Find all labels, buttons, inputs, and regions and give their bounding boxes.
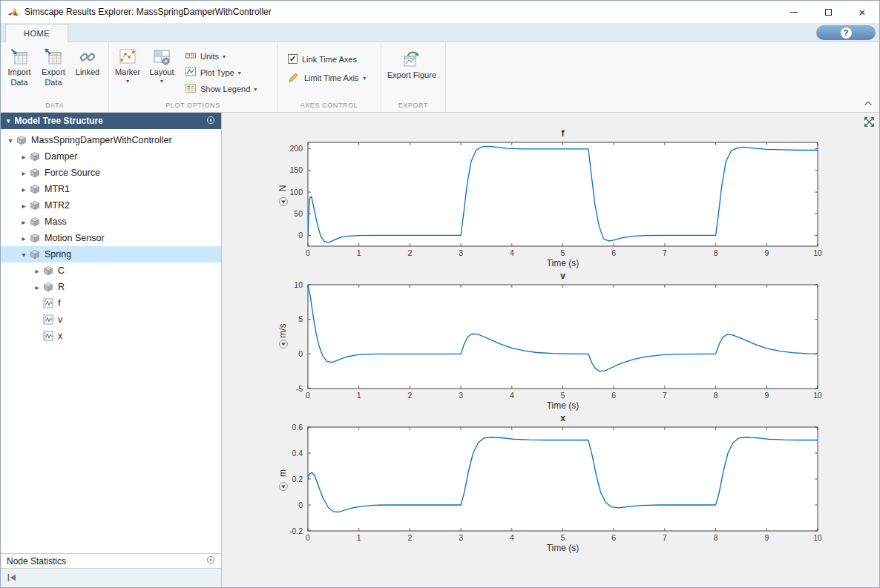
- units-dropdown-icon[interactable]: [280, 198, 288, 206]
- x-tick-label: 10: [813, 391, 822, 400]
- node-statistics-options-icon[interactable]: [206, 555, 215, 566]
- tree-item-force-source[interactable]: ▸Force Source: [1, 165, 221, 181]
- expand-arrow-icon[interactable]: ▸: [19, 234, 29, 242]
- import-data-button[interactable]: Import Data: [2, 44, 36, 88]
- plot-type-label: Plot Type: [200, 68, 234, 77]
- export-data-label-1: Export: [42, 67, 65, 78]
- linked-button[interactable]: Linked: [70, 44, 105, 78]
- tab-home[interactable]: HOME: [5, 24, 68, 42]
- layout-button[interactable]: Layout ▾: [145, 44, 179, 85]
- collapse-panel-icon[interactable]: [7, 572, 17, 585]
- units-dropdown-icon[interactable]: [280, 483, 288, 491]
- panel-collapse-icon[interactable]: ▾: [7, 117, 10, 125]
- tree-item-v[interactable]: v: [1, 311, 221, 328]
- chart-v[interactable]: 012345678910-50510vTime (s)m/s: [225, 268, 878, 411]
- marker-dropdown-icon: ▾: [126, 79, 129, 85]
- limit-time-axis-icon: [288, 71, 300, 85]
- linked-label: Linked: [76, 67, 99, 78]
- collapse-ribbon-button[interactable]: [864, 96, 873, 109]
- panel-options-icon[interactable]: [206, 116, 215, 127]
- y-tick-label: 0.6: [292, 423, 303, 432]
- tree-item-mtr2[interactable]: ▸MTR2: [1, 197, 221, 214]
- x-tick-label: 0: [306, 248, 310, 257]
- tree-item-spring[interactable]: ▾Spring: [1, 246, 221, 262]
- layout-dropdown-icon: ▾: [160, 79, 163, 85]
- tree-item-label: v: [58, 314, 62, 325]
- expand-arrow-icon[interactable]: ▸: [32, 267, 42, 275]
- collapse-arrow-icon[interactable]: ▾: [5, 136, 16, 145]
- model-tree-header: ▾ Model Tree Structure: [1, 113, 221, 129]
- tree-item-c[interactable]: ▸C: [1, 262, 221, 279]
- expand-arrow-icon[interactable]: ▸: [19, 185, 29, 194]
- maximize-button[interactable]: [811, 1, 845, 23]
- limit-time-axis-button[interactable]: Limit Time Axis ▾: [288, 71, 366, 85]
- plot-f[interactable]: 012345678910050100150200fTime (s)N: [225, 126, 878, 268]
- x-tick-label: 7: [663, 391, 667, 400]
- marker-icon: [119, 47, 137, 67]
- plot-type-button[interactable]: Plot Type ▾: [185, 66, 257, 79]
- x-tick-label: 10: [813, 248, 822, 257]
- plot-v[interactable]: 012345678910-50510vTime (s)m/s: [225, 268, 878, 411]
- x-tick-label: 7: [663, 533, 667, 542]
- tree-item-massspringdamperwithcontroller[interactable]: ▾MassSpringDamperWithController: [1, 132, 221, 148]
- body: ▾ Model Tree Structure ▾MassSpringDamper…: [1, 113, 879, 587]
- expand-arrow-icon[interactable]: ▸: [19, 153, 29, 161]
- x-tick-label: 7: [663, 248, 667, 257]
- export-data-button[interactable]: Export Data: [36, 44, 70, 88]
- window-title: Simscape Results Explorer: MassSpringDam…: [24, 7, 272, 17]
- expand-arrow-icon[interactable]: ▸: [19, 169, 29, 177]
- tree-item-r[interactable]: ▸R: [1, 279, 221, 295]
- units-dropdown-icon[interactable]: [280, 340, 288, 348]
- x-axis-label: Time (s): [547, 543, 579, 553]
- show-legend-button[interactable]: Show Legend ▾: [185, 82, 257, 96]
- tree-item-x[interactable]: x: [1, 328, 221, 344]
- group-label-plot-options: PLOT OPTIONS: [111, 100, 275, 112]
- x-tick-label: 4: [510, 533, 514, 542]
- tree-item-damper[interactable]: ▸Damper: [1, 148, 221, 165]
- import-data-label-1: Import: [7, 67, 30, 78]
- tree-item-motion-sensor[interactable]: ▸Motion Sensor: [1, 230, 221, 246]
- x-tick-label: 0: [306, 533, 310, 542]
- tree-item-mass[interactable]: ▸Mass: [1, 214, 221, 230]
- marker-button[interactable]: Marker ▾: [111, 44, 145, 85]
- group-label-data: DATA: [2, 100, 107, 112]
- maximize-icon: [825, 9, 832, 16]
- x-tick-label: 8: [714, 248, 718, 257]
- node-statistics-bar[interactable]: Node Statistics: [1, 553, 221, 569]
- link-time-axes-checkbox[interactable]: ✓ Link Time Axes: [288, 54, 366, 64]
- minimize-button[interactable]: [777, 1, 811, 23]
- x-tick-label: 5: [561, 248, 565, 257]
- x-tick-label: 5: [561, 391, 565, 400]
- help-button[interactable]: ?: [816, 25, 876, 40]
- titlebar: Simscape Results Explorer: MassSpringDam…: [1, 1, 879, 23]
- x-tick-label: 9: [764, 533, 769, 542]
- tree-item-label: MTR1: [45, 184, 70, 194]
- expand-arrow-icon[interactable]: ▸: [19, 202, 29, 210]
- export-figure-button[interactable]: Export Figure: [383, 44, 441, 79]
- node-icon: [30, 200, 42, 211]
- limit-time-axis-dropdown-icon: ▾: [363, 76, 366, 82]
- export-figure-label: Export Figure: [387, 70, 436, 79]
- node-icon: [43, 282, 55, 292]
- expand-arrow-icon[interactable]: ▸: [32, 283, 42, 291]
- tree-item-f[interactable]: f: [1, 295, 221, 311]
- help-icon: ?: [841, 27, 852, 39]
- units-button[interactable]: Units ▾: [185, 50, 257, 63]
- tree-item-label: MassSpringDamperWithController: [31, 135, 172, 145]
- group-plot-options: Marker ▾ Layout ▾: [109, 42, 278, 112]
- app-window: Simscape Results Explorer: MassSpringDam…: [0, 0, 880, 588]
- close-button[interactable]: ×: [845, 1, 879, 23]
- expand-plots-icon[interactable]: [864, 116, 875, 131]
- chart-x[interactable]: 012345678910-0.200.20.40.6xTime (s)m: [225, 411, 878, 553]
- plot-x[interactable]: 012345678910-0.200.20.40.6xTime (s)m: [225, 411, 878, 553]
- expand-arrow-icon[interactable]: ▸: [19, 218, 29, 226]
- signal-icon: [43, 331, 55, 341]
- y-tick-label: 100: [289, 188, 303, 196]
- collapse-arrow-icon[interactable]: ▾: [19, 251, 29, 259]
- x-tick-label: 6: [611, 533, 616, 542]
- chart-f[interactable]: 012345678910050100150200fTime (s)N: [225, 126, 878, 268]
- x-tick-label: 2: [407, 248, 412, 257]
- x-tick-label: 2: [407, 391, 412, 400]
- x-tick-label: 3: [459, 248, 463, 257]
- tree-item-mtr1[interactable]: ▸MTR1: [1, 181, 221, 197]
